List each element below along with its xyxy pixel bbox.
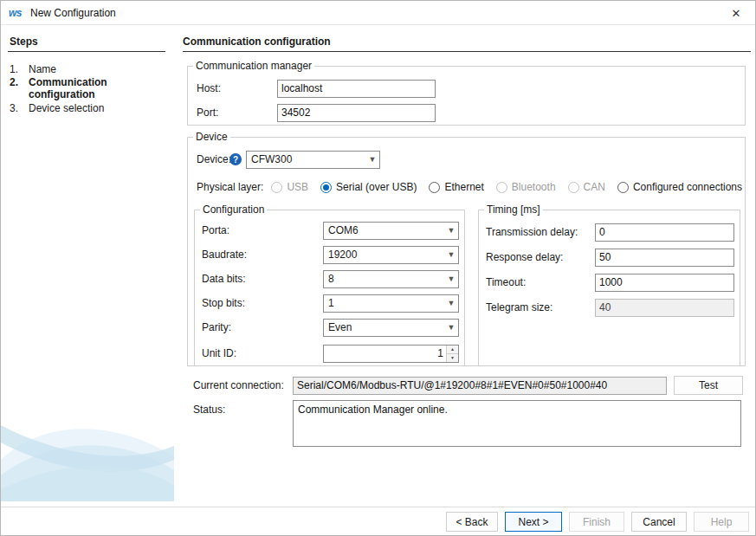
communication-manager-group: Communication manager Host: Port:: [187, 60, 746, 126]
chevron-down-icon: ▼: [444, 274, 458, 283]
radio-bluetooth: Bluetooth: [496, 181, 556, 193]
parity-select[interactable]: Even ▼: [323, 319, 459, 337]
radio-icon: [429, 182, 440, 193]
chevron-down-icon: ▼: [365, 155, 379, 164]
port-label: Port:: [197, 107, 277, 119]
data-bits-select[interactable]: 8 ▼: [323, 270, 459, 288]
transmission-delay-input[interactable]: [595, 223, 734, 242]
configuration-group: Configuration Porta: COM6 ▼ Baudrate: 19…: [194, 203, 465, 366]
current-connection-value: [293, 377, 667, 395]
radio-can: CAN: [568, 181, 605, 193]
response-delay-label: Response delay:: [486, 251, 595, 263]
radio-label: USB: [287, 181, 308, 193]
steps-header: Steps: [10, 36, 38, 48]
back-button[interactable]: < Back: [446, 512, 498, 532]
port-input[interactable]: [277, 104, 436, 122]
radio-icon: [271, 182, 282, 193]
window-title: New Configuration: [30, 7, 116, 19]
data-bits-select-value: 8: [324, 273, 444, 285]
parity-label: Parity:: [202, 321, 323, 333]
device-select[interactable]: CFW300 ▼: [246, 151, 380, 169]
device-group: Device Device: ? CFW300 ▼ Physical layer…: [187, 131, 746, 366]
radio-label: Configured connections: [633, 181, 742, 193]
unit-id-value: 1: [324, 345, 446, 362]
stepper-buttons: ▲ ▼: [446, 345, 458, 362]
steps-divider: [8, 51, 165, 52]
status-textarea[interactable]: [293, 400, 741, 447]
stop-bits-select[interactable]: 1 ▼: [323, 294, 459, 313]
radio-label: Ethernet: [444, 181, 483, 193]
porta-label: Porta:: [202, 224, 323, 236]
timing-legend: Timing [ms]: [484, 203, 543, 216]
communication-manager-legend: Communication manager: [193, 60, 314, 72]
radio-usb: USB: [271, 181, 308, 193]
data-bits-label: Data bits:: [202, 273, 323, 285]
chevron-down-icon: ▼: [444, 226, 458, 235]
unit-id-label: Unit ID:: [202, 347, 323, 359]
step-number: 3.: [10, 102, 29, 114]
close-icon[interactable]: ✕: [717, 1, 755, 25]
step-item-name[interactable]: 1. Name: [10, 63, 141, 75]
radio-label: Bluetooth: [512, 181, 556, 193]
main-panel: Communication configuration Communicatio…: [183, 25, 756, 507]
step-number: 2.: [10, 76, 29, 100]
title-divider: [183, 51, 751, 52]
device-legend: Device: [193, 131, 230, 143]
chevron-down-icon: ▼: [444, 323, 458, 332]
parity-select-value: Even: [324, 321, 444, 333]
radio-label: CAN: [584, 181, 605, 193]
radio-serial-over-usb[interactable]: Serial (over USB): [320, 181, 417, 193]
device-label: Device:: [197, 153, 228, 165]
transmission-delay-label: Transmission delay:: [486, 226, 595, 238]
porta-select[interactable]: COM6 ▼: [323, 222, 459, 240]
baudrate-label: Baudrate:: [202, 249, 323, 261]
step-number: 1.: [10, 63, 29, 75]
cancel-button[interactable]: Cancel: [631, 512, 687, 532]
baudrate-select[interactable]: 19200 ▼: [323, 246, 459, 264]
dialog-window: ws New Configuration ✕ Steps 1. Name 2. …: [0, 0, 756, 536]
radio-icon: [320, 182, 332, 193]
device-select-value: CFW300: [247, 153, 365, 165]
stop-bits-select-value: 1: [324, 297, 444, 309]
radio-icon: [568, 182, 579, 193]
physical-layer-options: USB Serial (over USB) Ethernet Bluetooth: [271, 181, 742, 193]
current-connection-label: Current connection:: [193, 379, 293, 391]
radio-icon: [496, 182, 507, 193]
configuration-legend: Configuration: [200, 203, 267, 216]
radio-icon: [617, 182, 629, 193]
baudrate-select-value: 19200: [324, 249, 444, 261]
test-button[interactable]: Test: [674, 376, 743, 395]
footer-divider: [1, 507, 756, 507]
stop-bits-label: Stop bits:: [202, 297, 323, 309]
timeout-label: Timeout:: [486, 276, 595, 288]
telegram-size-input: [595, 299, 734, 317]
finish-button: Finish: [569, 512, 624, 532]
host-label: Host:: [197, 82, 277, 94]
timing-group: Timing [ms] Transmission delay: Response…: [478, 203, 740, 366]
title-bar: ws New Configuration ✕: [1, 1, 755, 25]
radio-ethernet[interactable]: Ethernet: [429, 181, 483, 193]
help-button[interactable]: Help: [694, 512, 749, 532]
step-label: Device selection: [29, 102, 141, 114]
spin-up-icon[interactable]: ▲: [447, 345, 458, 354]
chevron-down-icon: ▼: [444, 250, 458, 259]
decorative-swoosh: [1, 406, 174, 501]
response-delay-input[interactable]: [595, 249, 734, 267]
spin-down-icon[interactable]: ▼: [447, 354, 458, 362]
step-item-communication-configuration[interactable]: 2. Communication configuration: [10, 76, 141, 100]
next-button[interactable]: Next >: [505, 512, 562, 532]
radio-label: Serial (over USB): [336, 181, 417, 193]
step-item-device-selection[interactable]: 3. Device selection: [10, 102, 141, 114]
help-icon[interactable]: ?: [229, 153, 242, 165]
porta-select-value: COM6: [324, 224, 444, 236]
telegram-size-label: Telegram size:: [486, 301, 595, 313]
step-label: Communication configuration: [29, 76, 141, 100]
timeout-input[interactable]: [595, 274, 734, 292]
steps-sidebar: Steps 1. Name 2. Communication configura…: [1, 25, 172, 507]
radio-configured-connections[interactable]: Configured connections: [617, 181, 742, 193]
physical-layer-label: Physical layer:: [197, 181, 271, 193]
step-label: Name: [29, 63, 141, 75]
host-input[interactable]: [277, 80, 436, 98]
unit-id-stepper[interactable]: 1 ▲ ▼: [323, 345, 459, 363]
status-label: Status:: [193, 404, 225, 416]
